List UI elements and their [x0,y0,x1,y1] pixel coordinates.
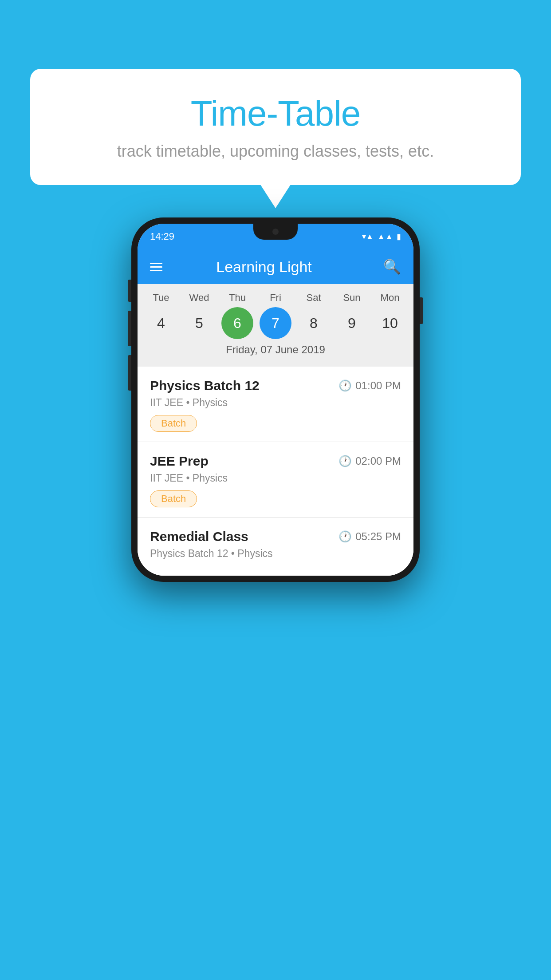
day-headers: Tue Wed Thu Fri Sat Sun Mon [138,292,413,304]
schedule-sub-1: IIT JEE • Physics [150,397,401,409]
app-bar: Learning Light 🔍 [138,249,413,284]
time-value-2: 02:00 PM [355,455,401,467]
notch [253,224,298,240]
day-header-wed: Wed [183,292,215,304]
selected-date: Friday, 07 June 2019 [138,339,413,362]
schedule-title-2: JEE Prep [150,454,209,469]
day-8[interactable]: 8 [298,307,330,339]
status-bar: 14:29 ▾▲ ▲▲ ▮ [138,224,413,249]
status-icons: ▾▲ ▲▲ ▮ [362,232,401,241]
time-value-3: 05:25 PM [355,530,401,543]
schedule-row1-item3: Remedial Class 🕐 05:25 PM [150,529,401,544]
day-6-today[interactable]: 6 [221,307,253,339]
phone-screen: 14:29 ▾▲ ▲▲ ▮ Learning Light 🔍 [138,224,413,576]
day-header-thu: Thu [221,292,253,304]
day-header-mon: Mon [374,292,406,304]
clock-icon-2: 🕐 [338,455,352,467]
schedule-sub-3: Physics Batch 12 • Physics [150,548,401,560]
batch-badge-2: Batch [150,490,197,507]
phone-mockup: 14:29 ▾▲ ▲▲ ▮ Learning Light 🔍 [131,217,420,582]
schedule-list: Physics Batch 12 🕐 01:00 PM IIT JEE • Ph… [138,367,413,576]
signal-icon: ▲▲ [377,232,393,241]
bubble-title: Time-Table [57,93,494,134]
volume-down-button [128,355,131,391]
power-button [420,297,423,324]
bubble-content: Time-Table track timetable, upcoming cla… [30,69,521,185]
calendar: Tue Wed Thu Fri Sat Sun Mon 4 5 6 7 8 9 … [138,284,413,367]
schedule-item-1[interactable]: Physics Batch 12 🕐 01:00 PM IIT JEE • Ph… [138,367,413,442]
day-7-selected[interactable]: 7 [260,307,291,339]
schedule-item-2[interactable]: JEE Prep 🕐 02:00 PM IIT JEE • Physics Ba… [138,442,413,518]
camera [272,229,279,235]
day-header-fri: Fri [260,292,291,304]
clock-icon-3: 🕐 [338,530,352,543]
schedule-item-3[interactable]: Remedial Class 🕐 05:25 PM Physics Batch … [138,518,413,576]
schedule-time-3: 🕐 05:25 PM [338,530,401,543]
schedule-time-1: 🕐 01:00 PM [338,379,401,392]
day-header-tue: Tue [145,292,177,304]
day-4[interactable]: 4 [145,307,177,339]
schedule-time-2: 🕐 02:00 PM [338,455,401,467]
day-10[interactable]: 10 [374,307,406,339]
schedule-row1-item2: JEE Prep 🕐 02:00 PM [150,454,401,469]
day-header-sun: Sun [336,292,368,304]
day-5[interactable]: 5 [183,307,215,339]
batch-badge-1: Batch [150,415,197,432]
silent-button [128,280,131,302]
schedule-title-1: Physics Batch 12 [150,378,260,393]
status-time: 14:29 [150,231,174,242]
clock-icon-1: 🕐 [338,379,352,392]
day-header-sat: Sat [298,292,330,304]
wifi-icon: ▾▲ [362,232,374,241]
schedule-sub-2: IIT JEE • Physics [150,472,401,484]
day-9[interactable]: 9 [336,307,368,339]
app-title: Learning Light [145,258,383,276]
battery-icon: ▮ [397,232,401,241]
time-value-1: 01:00 PM [355,379,401,392]
search-icon[interactable]: 🔍 [383,258,401,275]
day-numbers: 4 5 6 7 8 9 10 [138,307,413,339]
volume-up-button [128,311,131,346]
schedule-row1-item1: Physics Batch 12 🕐 01:00 PM [150,378,401,393]
phone-outer: 14:29 ▾▲ ▲▲ ▮ Learning Light 🔍 [131,217,420,582]
schedule-title-3: Remedial Class [150,529,248,544]
speech-bubble: Time-Table track timetable, upcoming cla… [30,69,521,185]
bubble-subtitle: track timetable, upcoming classes, tests… [57,142,494,161]
